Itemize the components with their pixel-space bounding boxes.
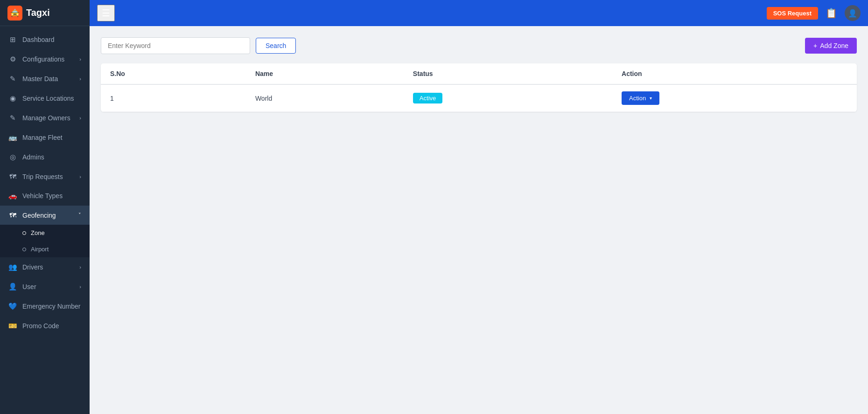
- col-action: Action: [612, 63, 857, 84]
- col-sno: S.No: [101, 63, 246, 84]
- sidebar-item-label: Manage Fleet: [22, 134, 81, 141]
- sidebar-item-label: Trip Requests: [22, 173, 74, 180]
- zone-dot-icon: [22, 231, 26, 235]
- vehicle-types-icon: 🚗: [8, 192, 17, 200]
- manage-owners-icon: ✎: [8, 114, 17, 122]
- sidebar-item-label: Drivers: [22, 263, 74, 271]
- geofencing-icon: 🗺: [8, 211, 17, 219]
- search-input[interactable]: [101, 37, 250, 54]
- sidebar-item-configurations[interactable]: ⚙ Configurations ›: [0, 49, 90, 69]
- chevron-right-icon: ›: [79, 115, 81, 121]
- chevron-right-icon: ›: [79, 56, 81, 62]
- sidebar-item-master-data[interactable]: ✎ Master Data ›: [0, 69, 90, 89]
- geofencing-submenu: Zone Airport: [0, 225, 90, 257]
- manage-fleet-icon: 🚌: [8, 133, 17, 142]
- sidebar-item-label: Configurations: [22, 55, 74, 63]
- hamburger-button[interactable]: ☰: [97, 5, 115, 21]
- zone-table-container: S.No Name Status Action 1 World Active: [101, 63, 857, 112]
- sidebar: 🚖 Tagxi ⊞ Dashboard ⚙ Configurations › ✎…: [0, 0, 90, 414]
- logo-text: Tagxi: [26, 7, 50, 18]
- avatar[interactable]: 👤: [845, 5, 861, 21]
- sidebar-item-admins[interactable]: ◎ Admins: [0, 147, 90, 167]
- sidebar-item-label: Promo Code: [22, 322, 81, 330]
- configurations-icon: ⚙: [8, 55, 17, 63]
- dashboard-icon: ⊞: [8, 35, 17, 44]
- header: ☰ SOS Request 📋 👤: [90, 0, 868, 26]
- sidebar-item-label: Master Data: [22, 75, 74, 83]
- add-zone-label: Add Zone: [820, 42, 848, 49]
- sidebar-item-geofencing[interactable]: 🗺 Geofencing ˅: [0, 206, 90, 225]
- sidebar-item-label: Manage Owners: [22, 114, 74, 122]
- promo-code-icon: 🎫: [8, 322, 17, 330]
- toolbar: Search + Add Zone: [101, 37, 857, 54]
- action-label: Action: [629, 95, 646, 102]
- sidebar-item-drivers[interactable]: 👥 Drivers ›: [0, 257, 90, 277]
- drivers-icon: 👥: [8, 263, 17, 271]
- main-area: ☰ SOS Request 📋 👤 Search + Add Zone S.No…: [90, 0, 868, 414]
- chevron-right-icon: ›: [79, 76, 81, 82]
- emergency-number-icon: 💙: [8, 302, 17, 310]
- col-name: Name: [246, 63, 404, 84]
- sidebar-item-manage-owners[interactable]: ✎ Manage Owners ›: [0, 108, 90, 128]
- sidebar-nav: ⊞ Dashboard ⚙ Configurations › ✎ Master …: [0, 26, 90, 414]
- messages-icon[interactable]: 📋: [824, 6, 839, 21]
- sidebar-item-label: Admins: [22, 153, 81, 161]
- sidebar-item-service-locations[interactable]: ◉ Service Locations: [0, 89, 90, 108]
- airport-label: Airport: [31, 246, 49, 253]
- sidebar-item-promo-code[interactable]: 🎫 Promo Code: [0, 316, 90, 336]
- sidebar-item-airport[interactable]: Airport: [0, 241, 90, 257]
- sidebar-item-zone[interactable]: Zone: [0, 225, 90, 241]
- logo[interactable]: 🚖 Tagxi: [0, 0, 90, 26]
- status-badge: Active: [413, 93, 442, 104]
- chevron-right-icon: ›: [79, 284, 81, 290]
- sidebar-item-user[interactable]: 👤 User ›: [0, 277, 90, 297]
- sidebar-item-label: User: [22, 283, 74, 290]
- table-row: 1 World Active Action ▾: [101, 84, 857, 112]
- chevron-down-icon: ˅: [78, 212, 81, 218]
- col-status: Status: [404, 63, 612, 84]
- content-area: Search + Add Zone S.No Name Status Actio…: [90, 26, 868, 414]
- zone-label: Zone: [31, 229, 45, 236]
- cell-status: Active: [404, 84, 612, 112]
- cell-name: World: [246, 84, 404, 112]
- chevron-right-icon: ›: [79, 174, 81, 179]
- logo-icon: 🚖: [7, 6, 22, 21]
- chevron-down-icon: ▾: [650, 96, 652, 101]
- sidebar-item-dashboard[interactable]: ⊞ Dashboard: [0, 30, 90, 49]
- plus-icon: +: [813, 42, 817, 49]
- sidebar-item-label: Dashboard: [22, 36, 81, 43]
- sidebar-item-trip-requests[interactable]: 🗺 Trip Requests ›: [0, 167, 90, 186]
- sidebar-item-manage-fleet[interactable]: 🚌 Manage Fleet: [0, 128, 90, 147]
- sidebar-item-label: Emergency Number: [22, 303, 81, 310]
- sidebar-item-label: Geofencing: [22, 212, 73, 219]
- sidebar-item-vehicle-types[interactable]: 🚗 Vehicle Types: [0, 186, 90, 206]
- action-dropdown-button[interactable]: Action ▾: [622, 91, 659, 105]
- trip-requests-icon: 🗺: [8, 172, 17, 180]
- search-button[interactable]: Search: [256, 38, 296, 54]
- sos-request-button[interactable]: SOS Request: [767, 7, 818, 20]
- zone-table: S.No Name Status Action 1 World Active: [101, 63, 857, 112]
- sidebar-item-emergency-number[interactable]: 💙 Emergency Number: [0, 297, 90, 316]
- table-header: S.No Name Status Action: [101, 63, 857, 84]
- chevron-right-icon: ›: [79, 264, 81, 270]
- airport-dot-icon: [22, 248, 26, 251]
- sidebar-item-label: Service Locations: [22, 95, 81, 102]
- table-body: 1 World Active Action ▾: [101, 84, 857, 112]
- service-locations-icon: ◉: [8, 94, 17, 103]
- admins-icon: ◎: [8, 153, 17, 161]
- user-icon: 👤: [8, 283, 17, 291]
- cell-sno: 1: [101, 84, 246, 112]
- master-data-icon: ✎: [8, 75, 17, 83]
- sidebar-item-label: Vehicle Types: [22, 192, 81, 200]
- cell-action: Action ▾: [612, 84, 857, 112]
- add-zone-button[interactable]: + Add Zone: [805, 38, 857, 54]
